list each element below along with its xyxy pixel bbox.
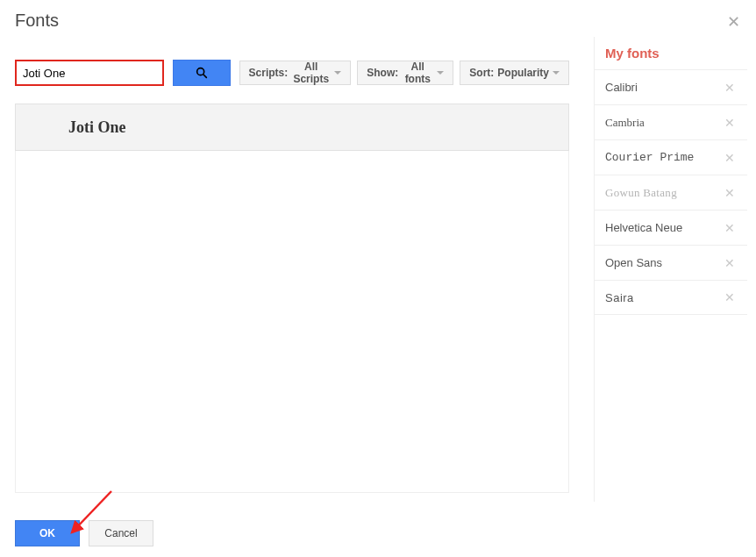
cancel-button[interactable]: Cancel	[89, 520, 153, 546]
sort-filter-value: Popularity	[497, 67, 549, 79]
my-font-row[interactable]: Open Sans✕	[595, 245, 747, 280]
search-icon	[195, 66, 209, 80]
close-icon: ✕	[727, 13, 740, 31]
sort-filter[interactable]: Sort: Popularity	[460, 61, 569, 85]
my-font-name: Helvetica Neue	[605, 221, 682, 234]
my-font-name: Courier Prime	[605, 151, 694, 164]
search-button[interactable]	[173, 60, 231, 86]
dialog-footer: OK Cancel	[15, 520, 153, 546]
dialog-title: Fonts	[15, 11, 756, 31]
font-result-name: Joti One	[68, 118, 126, 137]
my-font-name: Cambria	[605, 116, 645, 130]
close-button[interactable]: ✕	[724, 9, 744, 35]
my-font-row[interactable]: Saira✕	[595, 280, 747, 315]
scripts-filter[interactable]: Scripts: All Scripts	[239, 61, 352, 85]
font-search-input[interactable]	[15, 60, 164, 86]
my-font-name: Saira	[605, 291, 634, 304]
show-filter[interactable]: Show: All fonts	[357, 61, 453, 85]
my-fonts-heading: My fonts	[605, 46, 747, 61]
my-fonts-list: Calibri✕Cambria✕Courier Prime✕Gowun Bata…	[595, 69, 747, 315]
remove-font-button[interactable]: ✕	[721, 289, 738, 306]
my-font-name: Open Sans	[605, 256, 662, 269]
chevron-down-icon	[334, 71, 341, 75]
filter-group: Scripts: All Scripts Show: All fonts Sor…	[239, 61, 569, 85]
remove-font-button[interactable]: ✕	[721, 184, 738, 202]
show-filter-prefix: Show:	[367, 67, 398, 79]
scripts-filter-value: All Scripts	[291, 61, 331, 85]
my-font-name: Gowun Batang	[605, 186, 677, 200]
font-browser-panel: Scripts: All Scripts Show: All fonts Sor…	[15, 60, 569, 493]
results-area	[15, 151, 569, 493]
remove-font-button[interactable]: ✕	[721, 149, 738, 167]
svg-line-1	[203, 75, 206, 77]
my-font-row[interactable]: Courier Prime✕	[595, 139, 747, 175]
chevron-down-icon	[553, 71, 560, 75]
my-font-row[interactable]: Gowun Batang✕	[595, 175, 747, 210]
remove-font-button[interactable]: ✕	[721, 79, 738, 96]
my-font-name: Calibri	[605, 81, 638, 94]
my-font-row[interactable]: Calibri✕	[595, 69, 747, 104]
toolbar: Scripts: All Scripts Show: All fonts Sor…	[15, 60, 569, 86]
font-result-item[interactable]: Joti One	[15, 104, 569, 151]
remove-font-button[interactable]: ✕	[721, 114, 738, 132]
my-fonts-panel: My fonts Calibri✕Cambria✕Courier Prime✕G…	[594, 37, 747, 502]
chevron-down-icon	[437, 71, 444, 75]
scripts-filter-prefix: Scripts:	[249, 67, 289, 79]
my-font-row[interactable]: Cambria✕	[595, 104, 747, 139]
sort-filter-prefix: Sort:	[469, 67, 494, 79]
ok-button[interactable]: OK	[15, 520, 80, 546]
show-filter-value: All fonts	[402, 61, 433, 85]
my-font-row[interactable]: Helvetica Neue✕	[595, 210, 747, 245]
remove-font-button[interactable]: ✕	[721, 219, 738, 237]
remove-font-button[interactable]: ✕	[721, 254, 738, 272]
